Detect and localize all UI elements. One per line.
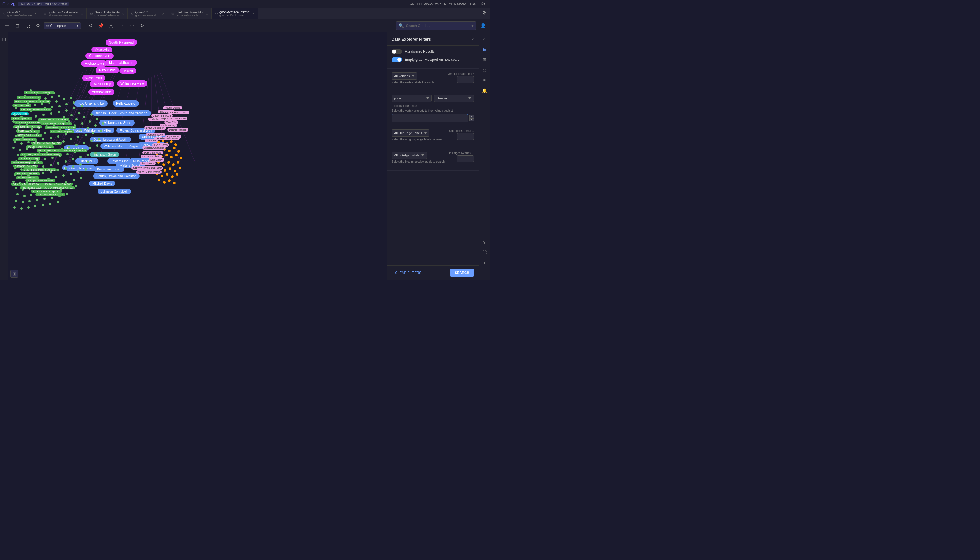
search-input[interactable]	[406, 24, 470, 28]
clear-filters-btn[interactable]: CLEAR FILTERS	[391, 269, 425, 277]
out-edges-select[interactable]: All Out Edge Labels	[391, 129, 430, 137]
node-767-christopher[interactable]: 767 Christopher Load	[14, 172, 40, 175]
node-halefort[interactable]: Halefort	[119, 68, 136, 74]
spinner-down[interactable]: ▼	[469, 118, 474, 121]
undo-btn[interactable]: ↩	[127, 21, 136, 30]
tab-close-transitdb0[interactable]: ×	[206, 12, 208, 16]
search-btn[interactable]: SEARCH	[450, 269, 474, 277]
node-victoriaville[interactable]: Victoriaville	[91, 47, 112, 52]
node-joe-lars[interactable]: Joe Lars	[145, 139, 158, 142]
zoom-out-icon[interactable]: −	[480, 268, 489, 278]
node-williamsonview[interactable]: Williamsonview	[117, 80, 147, 87]
node-77553-jacob[interactable]: 77553 Jacob Real Apt. 521	[41, 122, 72, 125]
empty-viewport-toggle[interactable]	[391, 57, 402, 62]
node-43535-cobb[interactable]: 43535 Cobb M89 033 James Village Suite 1…	[37, 149, 87, 152]
node-7107-laura[interactable]: 7107 Laura Plain Apt. 293	[35, 193, 65, 196]
node-uscoc[interactable]: USCOC Nene	[11, 112, 29, 115]
tab-close-real-estate0[interactable]: ×	[81, 12, 83, 16]
node-michaeltown[interactable]: Michaeltown	[81, 60, 107, 67]
node-carlsonnaven[interactable]: Carlsonnaven	[85, 53, 114, 59]
out-edges-limit-input[interactable]: 25	[457, 133, 474, 140]
randomize-toggle[interactable]	[391, 49, 402, 54]
node-529-michael[interactable]: 529 Michael Walls Apt. 771	[31, 142, 62, 145]
node-ann-leach[interactable]: Ann Leach	[140, 162, 156, 165]
property-select[interactable]: price	[391, 95, 432, 102]
filter-close-btn[interactable]: ×	[472, 37, 474, 42]
node-murphy[interactable]: Murphy, Griffin and Hook	[131, 166, 163, 170]
table-icon[interactable]: ▦	[480, 45, 489, 54]
user-icon[interactable]: 👤	[478, 21, 488, 30]
node-tina-ellis[interactable]: Tina Ellis	[164, 120, 178, 124]
node-austin-collins[interactable]: Austin Collins	[163, 106, 182, 110]
node-240-dylan[interactable]: 240 Dylan Field Suite 078	[25, 179, 55, 182]
node-971-matthew[interactable]: 971 Matthew Crouse	[17, 96, 41, 99]
node-001-elliott[interactable]: 001 Elliott Park	[12, 104, 31, 107]
node-457-andrade[interactable]: 457 Andrade Dam Apt. 388	[31, 190, 62, 193]
node-44534-susan[interactable]: 44534 Susan D.378 +148 Samantha Drive Ap…	[20, 186, 75, 190]
node-new-david[interactable]: New David	[95, 67, 119, 73]
tab-overflow-menu[interactable]: ⋮	[365, 8, 373, 19]
tab-close-real-estate1[interactable]: ×	[253, 12, 255, 15]
tab-graph-data-model[interactable]: ▭ Graph Data Model gdotv-test/real-estat…	[87, 8, 128, 19]
spinner-up[interactable]: ▲	[469, 115, 474, 118]
node-psc-7685[interactable]: PSC 7685, 81005 Christian Motorway	[20, 153, 62, 156]
layers-icon[interactable]: ≡	[480, 76, 489, 85]
node-889-wade[interactable]: 889 Wade Overpass	[50, 130, 74, 133]
tab-close-query1[interactable]: ×	[162, 12, 164, 16]
export-btn[interactable]: ⇥	[117, 21, 126, 30]
home-icon[interactable]: ⌂	[480, 34, 489, 43]
node-43603-brady[interactable]: 43603 Brady Rapid Apt. 505	[11, 161, 43, 164]
node-south-raymond[interactable]: South Raymond	[105, 39, 137, 45]
search-dropdown-icon[interactable]: ▾	[472, 23, 474, 28]
tab-query1[interactable]: ◇ Query1 * gdotv-test/transitdb ×	[128, 8, 168, 19]
in-edges-select[interactable]: All In Edge Labels	[391, 152, 427, 159]
node-jessica-taylor[interactable]: Jessica Taylor	[146, 133, 165, 137]
node-west-phillip[interactable]: West Phillip	[90, 81, 114, 87]
node-718-briana[interactable]: 718 Briana Crescent	[16, 130, 40, 133]
node-erika-oval[interactable]: Erika Oval Apt. 6 | 339 Barker +768 Dian…	[11, 183, 73, 186]
vertex-limit-input[interactable]: 50	[457, 76, 474, 83]
expand-icon[interactable]: ⛶	[480, 248, 489, 257]
node-80774-cafeteria[interactable]: 80774 Cafeteria Store	[17, 133, 42, 137]
vertex-label-select[interactable]: All Vertices	[391, 72, 417, 80]
node-60867-lopez[interactable]: 60867 Lopez V98	[11, 117, 32, 120]
side-toggle-btn[interactable]: ◫	[0, 34, 8, 43]
settings-toolbar-btn[interactable]: ⚙	[33, 21, 42, 30]
property-type-select[interactable]: Greater ...	[434, 95, 474, 102]
node-7649-perez[interactable]: 7649 Perez Prairie Apt. 129	[45, 126, 76, 129]
tab-close-query0[interactable]: ×	[34, 12, 37, 16]
filter-value-input[interactable]: 500000	[391, 114, 468, 122]
node-amber-zimmerman[interactable]: Amber Zimmerman	[136, 170, 162, 174]
node-6335-emily[interactable]: 6335 Emily Green Suite 997	[20, 108, 52, 111]
triangle-btn[interactable]: △	[107, 21, 115, 30]
node-kyle-perez[interactable]: Kyle Perez	[165, 135, 181, 138]
zoom-in-icon[interactable]: +	[480, 258, 489, 267]
redo-btn[interactable]: ↻	[137, 21, 147, 30]
node-williams-sons[interactable]: Williams and Sons	[99, 120, 135, 126]
help-icon[interactable]: ?	[480, 238, 489, 247]
feedback-link[interactable]: GIVE FEEDBACK	[410, 2, 433, 5]
filter-icon[interactable]: ⊞	[480, 55, 489, 64]
node-west-emiru[interactable]: West Emiru	[82, 75, 105, 81]
graph-canvas[interactable]: South Raymond Victoriaville Carlsonnaven…	[8, 32, 387, 280]
node-228-burns[interactable]: 228 Burns River Apt. 262	[13, 125, 42, 128]
node-43255-rebecca[interactable]: 43255 Rebecca Manor Suite 154	[14, 100, 51, 103]
toggle-panel-btn[interactable]: ☰	[2, 21, 12, 30]
layout-select[interactable]: ⊛ Circlepack ▾	[43, 22, 81, 29]
node-peck-smith[interactable]: Peck, Smith and Arellano	[105, 110, 151, 117]
collapse-btn[interactable]: ⊟	[13, 21, 22, 30]
node-kelly-lucero[interactable]: Kelly-Lucero	[113, 100, 139, 107]
in-edges-limit-input[interactable]: 25	[457, 155, 474, 162]
layers-btn[interactable]: ⊞	[10, 270, 18, 278]
tab-close-gdm[interactable]: ×	[122, 12, 124, 16]
tab-real-estate0[interactable]: ▭ gdotv-test/real-estate0 gdotv-test/rea…	[40, 8, 87, 19]
bell-icon[interactable]: 🔔	[480, 86, 489, 95]
node-daniel-harrison[interactable]: Daniel Harrison	[140, 155, 162, 158]
image-btn[interactable]: 🖼	[23, 21, 32, 30]
node-9054-bradley[interactable]: 9054 Bradley Causeway 5	[24, 91, 54, 94]
pin-btn[interactable]: 📌	[96, 21, 105, 30]
node-0474-alice[interactable]: 0474 Alice Springs	[18, 157, 40, 160]
settings-icon[interactable]: ⚙	[478, 0, 488, 8]
node-psc-0271[interactable]: PSC 0271, Box 6796	[13, 165, 38, 168]
explore-icon[interactable]: ◎	[480, 65, 489, 75]
